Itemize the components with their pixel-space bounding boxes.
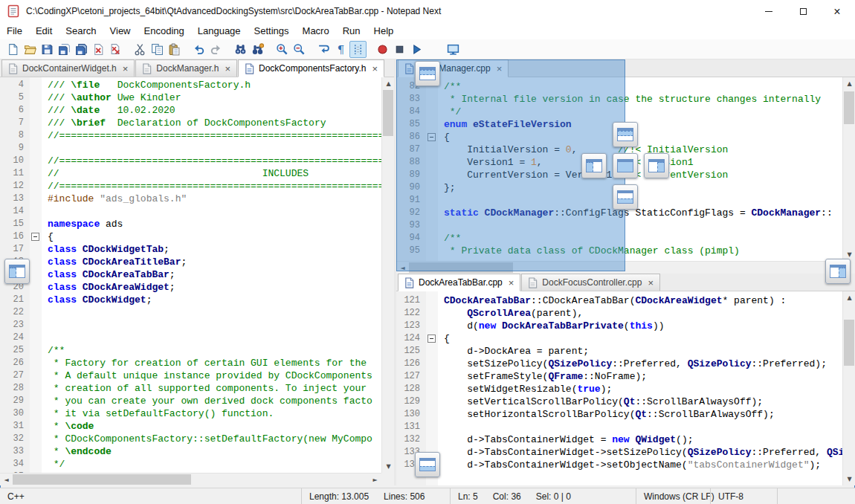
code-line[interactable]: 23 [0, 319, 381, 332]
scroll-right-icon[interactable]: ► [369, 474, 381, 486]
code-line[interactable]: 32 * CDockComponentsFactory::setDefaultF… [0, 433, 381, 445]
code-line[interactable]: 6/// \date 10.02.2020 [0, 104, 381, 117]
menu-item-search[interactable]: Search [59, 23, 103, 39]
code-line[interactable]: 4/// \file DockComponentsFactory.h [0, 79, 381, 91]
code-line[interactable]: 13#include "ads_globals.h" [0, 193, 381, 205]
code-line[interactable]: 14 [0, 205, 381, 218]
drop-indicator-right-icon[interactable] [644, 153, 669, 178]
scrollbar-thumb[interactable] [13, 474, 191, 485]
edge-drop-indicator-left-icon[interactable] [4, 259, 30, 284]
code-line[interactable]: 29 * you can create your own derived doc… [0, 395, 381, 407]
scroll-up-icon[interactable]: ▲ [843, 291, 855, 304]
redo-button[interactable] [207, 41, 225, 58]
code-line[interactable]: 17class CDockWidgetTab; [0, 243, 381, 256]
code-line[interactable]: 134 d->TabsContainerWidget->setObjectNam… [396, 459, 842, 471]
code-line[interactable]: 12//====================================… [0, 180, 381, 193]
code-line[interactable]: 11// INCLUDES [0, 167, 381, 180]
menu-item-view[interactable]: View [103, 23, 138, 39]
menu-item-help[interactable]: Help [367, 23, 401, 39]
menu-item-edit[interactable]: Edit [29, 23, 59, 39]
code-line[interactable]: 16{ [0, 230, 381, 243]
code-line[interactable]: 25/** [0, 344, 381, 357]
code-line[interactable]: 22 [0, 306, 381, 319]
copy-button[interactable] [149, 41, 166, 58]
code-line[interactable]: 15namespace ads [0, 218, 381, 230]
vertical-scrollbar[interactable]: ▲ ▼ [381, 77, 394, 473]
menu-item-settings[interactable]: Settings [248, 23, 296, 39]
document-tab-dockmanager-h[interactable]: DockManager.h× [135, 59, 237, 77]
code-line[interactable]: 122 QScrollArea(parent), [396, 307, 842, 320]
code-editor-left[interactable]: 4/// \file DockComponentsFactory.h5/// \… [0, 77, 381, 473]
document-tab-dockareatabbar-cpp[interactable]: DockAreaTabBar.cpp× [398, 274, 520, 291]
zoom-out-button[interactable] [291, 41, 308, 58]
code-line[interactable]: 127 setFrameStyle(QFrame::NoFrame); [396, 370, 842, 383]
drop-indicator-left-icon[interactable] [581, 153, 607, 178]
close-all-button[interactable] [107, 41, 124, 58]
tab-close-icon[interactable]: × [122, 64, 129, 74]
code-line[interactable]: 26 * Factory for creation of certain GUI… [0, 357, 381, 369]
horizontal-scrollbar[interactable]: ◄ ► [0, 473, 381, 485]
code-line[interactable]: 130 setHorizontalScrollBarPolicy(Qt::Scr… [396, 408, 842, 421]
find-button[interactable] [232, 41, 249, 58]
drop-indicator-center-icon[interactable] [613, 153, 638, 178]
code-line[interactable]: 34 */ [0, 458, 381, 471]
code-line[interactable]: 21class CDockWidget; [0, 294, 381, 306]
code-line[interactable]: 133 d->TabsContainerWidget->setSizePolic… [396, 446, 842, 459]
macro-record-button[interactable] [374, 41, 391, 58]
new-file-button[interactable] [4, 41, 22, 58]
scroll-left-icon[interactable]: ◄ [0, 474, 13, 486]
indent-guide-button[interactable] [349, 41, 367, 58]
code-line[interactable]: 33 * \endcode [0, 445, 381, 458]
vertical-scrollbar[interactable]: ▲ ▼ [842, 291, 855, 485]
word-wrap-button[interactable] [315, 41, 332, 58]
code-line[interactable]: 31 * \code [0, 420, 381, 433]
scroll-up-icon[interactable]: ▲ [843, 77, 855, 90]
code-line[interactable]: 123 d(new DockAreaTabBarPrivate(this)) [396, 320, 842, 332]
vertical-scrollbar[interactable]: ▲ ▼ [842, 77, 855, 261]
tab-close-icon[interactable]: × [508, 278, 515, 288]
tab-close-icon[interactable]: × [371, 64, 378, 74]
code-line[interactable]: 20class CDockAreaWidget; [0, 281, 381, 294]
paste-button[interactable] [166, 41, 183, 58]
code-line[interactable]: 30 * it via setDefaultFactory() function… [0, 407, 381, 420]
code-line[interactable]: 121CDockAreaTabBar::CDockAreaTabBar(CDoc… [396, 294, 842, 307]
close-button[interactable]: × [820, 1, 854, 22]
code-line[interactable]: 131 [396, 421, 842, 433]
maximize-button[interactable] [786, 1, 820, 22]
code-line[interactable]: 27 * A default unique instance provided … [0, 369, 381, 382]
document-tab-dockcontainerwidget-h[interactable]: DockContainerWidget.h× [1, 59, 135, 77]
menu-item-language[interactable]: Language [191, 23, 248, 39]
open-file-button[interactable] [22, 41, 39, 58]
zoom-in-button[interactable] [274, 41, 291, 58]
monitor-button[interactable] [445, 41, 462, 58]
tab-close-icon[interactable]: × [647, 278, 654, 288]
code-line[interactable]: 124{ [396, 332, 842, 345]
macro-play-button[interactable] [408, 41, 425, 58]
drop-indicator-top-icon[interactable] [613, 122, 638, 147]
undo-button[interactable] [190, 41, 207, 58]
tab-close-icon[interactable]: × [224, 64, 231, 74]
minimize-button[interactable] [752, 1, 786, 22]
edge-drop-indicator-top-icon[interactable] [415, 61, 440, 86]
code-line[interactable]: 7/// \brief Declaration of DockComponent… [0, 117, 381, 129]
menu-item-encoding[interactable]: Encoding [138, 23, 191, 39]
code-line[interactable]: 129 setVerticalScrollBarPolicy(Qt::Scrol… [396, 395, 842, 408]
code-line[interactable]: 5/// \author Uwe Kindler [0, 91, 381, 104]
code-line[interactable]: 24 [0, 332, 381, 344]
code-line[interactable]: 125 d->DockArea = parent; [396, 345, 842, 358]
title-bar[interactable]: C:\CodingXP\cetoni_projects_64bit\QtAdva… [0, 0, 855, 22]
edge-drop-indicator-right-icon[interactable] [825, 259, 851, 284]
menu-item-macro[interactable]: Macro [296, 23, 336, 39]
code-line[interactable]: 18class CDockAreaTitleBar; [0, 256, 381, 268]
document-tab-dockfocuscontroller-cpp[interactable]: DockFocusController.cpp× [521, 274, 660, 291]
code-line[interactable]: 28 * creation of all supported component… [0, 382, 381, 395]
scroll-down-icon[interactable]: ▼ [382, 460, 395, 473]
save-all-button[interactable] [73, 41, 90, 58]
scrollbar-thumb[interactable] [844, 320, 854, 366]
save-copy-button[interactable] [56, 41, 73, 58]
scroll-down-icon[interactable]: ▼ [843, 473, 855, 485]
code-line[interactable]: 9 [0, 142, 381, 155]
replace-button[interactable] [249, 41, 266, 58]
show-all-characters-button[interactable]: ¶ [332, 41, 349, 58]
scrollbar-thumb[interactable] [383, 90, 393, 136]
